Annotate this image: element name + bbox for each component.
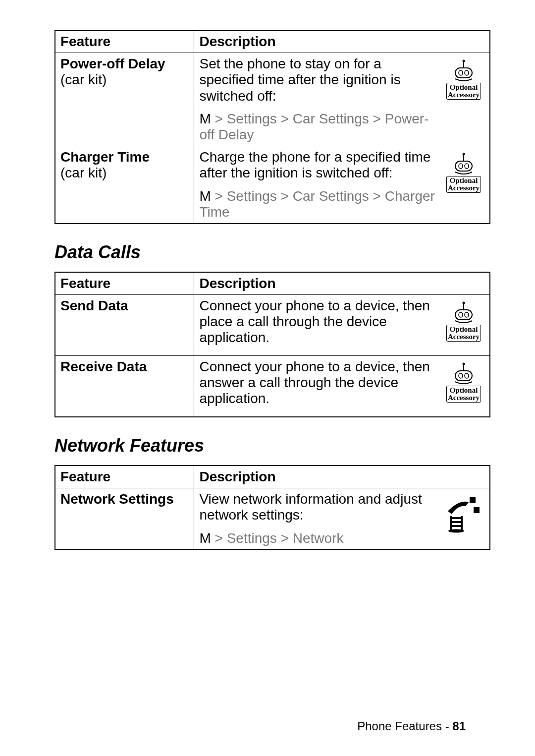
svg-rect-20 <box>470 497 476 503</box>
svg-point-7 <box>463 153 465 156</box>
feature-title: Send Data <box>60 298 128 313</box>
section-heading-network: Network Features <box>54 435 490 456</box>
page-number: 81 <box>452 719 466 733</box>
svg-point-18 <box>459 373 463 378</box>
svg-point-22 <box>448 529 464 533</box>
optional-accessory-badge: Optional Accessory <box>443 362 484 404</box>
feature-title: Charger Time <box>60 149 150 165</box>
description-cell: Connect your phone to a device, then ans… <box>194 356 490 417</box>
menu-path: M > Settings > Car Settings > Power-off … <box>199 111 435 143</box>
svg-rect-0 <box>455 68 472 78</box>
optional-accessory-label: Optional Accessory <box>446 83 481 100</box>
header-feature: Feature <box>55 465 194 488</box>
table-row: Charger Time (car kit) Charge the phone … <box>55 146 490 224</box>
menu-path: M > Settings > Network <box>199 530 435 546</box>
table-row: Network Settings View network informatio… <box>55 488 490 550</box>
svg-rect-21 <box>474 507 480 513</box>
header-description: Description <box>194 272 490 295</box>
svg-rect-10 <box>455 310 472 320</box>
description-text: Charge the phone for a specified time af… <box>199 149 435 181</box>
feature-subtitle: (car kit) <box>60 72 107 87</box>
svg-point-3 <box>459 70 463 75</box>
header-description: Description <box>194 465 490 488</box>
flip-phone-icon <box>443 362 484 387</box>
description-cell: Connect your phone to a device, then pla… <box>194 295 490 356</box>
feature-cell: Charger Time (car kit) <box>55 146 194 224</box>
svg-point-8 <box>459 164 463 169</box>
footer-label: Phone Features - <box>357 719 452 733</box>
feature-cell: Send Data <box>55 295 194 356</box>
table-row: Receive Data Connect your phone to a dev… <box>55 356 490 417</box>
feature-title: Receive Data <box>60 359 147 374</box>
feature-title: Network Settings <box>60 491 174 507</box>
optional-accessory-label: Optional Accessory <box>446 176 481 193</box>
description-cell: Charge the phone for a specified time af… <box>194 146 490 224</box>
svg-point-9 <box>465 164 469 169</box>
optional-accessory-label: Optional Accessory <box>446 386 481 403</box>
svg-point-2 <box>463 60 465 62</box>
svg-point-17 <box>463 363 465 365</box>
data-calls-table: Feature Description Send Data Connect yo… <box>54 272 490 417</box>
network-table: Feature Description Network Settings Vie… <box>54 465 490 550</box>
optional-accessory-badge: Optional Accessory <box>443 152 484 194</box>
optional-accessory-badge: Optional Accessory <box>443 59 484 101</box>
description-text: Connect your phone to a device, then pla… <box>199 298 435 346</box>
description-text: View network information and adjust netw… <box>199 491 435 523</box>
svg-point-13 <box>459 312 463 317</box>
header-feature: Feature <box>55 30 194 53</box>
page-footer: Phone Features - 81 <box>357 719 466 733</box>
network-satellite-icon <box>443 494 484 533</box>
menu-key-icon: M <box>199 111 211 126</box>
feature-subtitle: (car kit) <box>60 165 107 180</box>
menu-key-icon: M <box>199 530 211 546</box>
optional-accessory-label: Optional Accessory <box>446 325 481 342</box>
menu-key-icon: M <box>199 188 211 204</box>
description-text: Connect your phone to a device, then ans… <box>199 359 435 407</box>
svg-point-12 <box>463 302 465 304</box>
optional-accessory-badge: Optional Accessory <box>443 301 484 343</box>
car-settings-table: Feature Description Power-off Delay (car… <box>54 30 490 224</box>
svg-point-4 <box>465 70 469 75</box>
menu-path: M > Settings > Car Settings > Charger Ti… <box>199 188 435 220</box>
feature-cell: Network Settings <box>55 488 194 550</box>
flip-phone-icon <box>443 152 484 177</box>
svg-point-14 <box>465 312 469 317</box>
table-row: Send Data Connect your phone to a device… <box>55 295 490 356</box>
feature-title: Power-off Delay <box>60 56 165 71</box>
network-icon-slot <box>443 494 484 533</box>
menu-path-text: > Settings > Network <box>211 530 344 546</box>
svg-rect-5 <box>455 161 472 171</box>
description-cell: View network information and adjust netw… <box>194 488 490 550</box>
feature-cell: Power-off Delay (car kit) <box>55 53 194 146</box>
header-description: Description <box>194 30 490 53</box>
svg-rect-15 <box>455 371 472 381</box>
description-text: Set the phone to stay on for a specified… <box>199 56 435 104</box>
svg-point-19 <box>465 373 469 378</box>
description-cell: Set the phone to stay on for a specified… <box>194 53 490 146</box>
menu-path-text: > Settings > Car Settings > Power-off De… <box>199 111 428 142</box>
section-heading-data-calls: Data Calls <box>54 242 490 263</box>
menu-path-text: > Settings > Car Settings > Charger Time <box>199 188 434 220</box>
header-feature: Feature <box>55 272 194 295</box>
table-row: Power-off Delay (car kit) Set the phone … <box>55 53 490 146</box>
flip-phone-icon <box>443 59 484 84</box>
flip-phone-icon <box>443 301 484 326</box>
feature-cell: Receive Data <box>55 356 194 417</box>
